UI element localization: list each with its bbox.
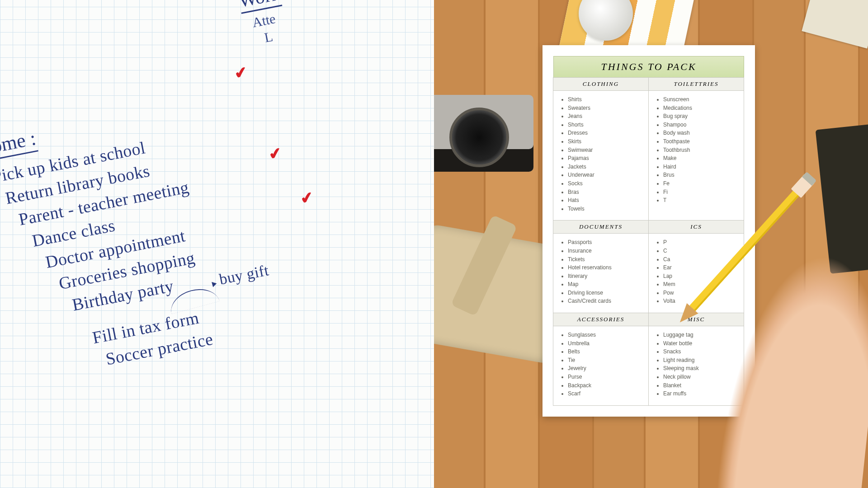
work-heading: Work bbox=[237, 0, 283, 14]
list-item: Backpack bbox=[568, 381, 644, 390]
list-item: Make bbox=[663, 154, 739, 163]
list-item: Snacks bbox=[663, 347, 739, 356]
list-item: Purse bbox=[568, 373, 644, 381]
list-item: Sleeping mask bbox=[663, 364, 739, 373]
list-item: P bbox=[663, 238, 739, 247]
list-item: Map bbox=[568, 280, 644, 289]
checklist-title: THINGS TO PACK bbox=[553, 56, 744, 78]
notebook-sheet: Home : Pick up kids at school Return lib… bbox=[0, 0, 434, 488]
section-head: CLOTHING bbox=[553, 78, 648, 91]
section-clothing: CLOTHING ShirtsSweatersJeansShortsDresse… bbox=[553, 77, 649, 221]
list-item: Skirts bbox=[568, 137, 644, 146]
list-item: Swimwear bbox=[568, 146, 644, 155]
list-item: Shorts bbox=[568, 121, 644, 129]
list-item: Underwear bbox=[568, 171, 644, 179]
section-head: DOCUMENTS bbox=[553, 221, 648, 234]
list-item: Towels bbox=[568, 205, 644, 213]
list-item: Jackets bbox=[568, 163, 644, 171]
list-item: Driving license bbox=[568, 289, 644, 297]
list-item: Mem bbox=[663, 280, 739, 289]
list-item: Itinerary bbox=[568, 272, 644, 281]
list-item: T bbox=[663, 196, 739, 205]
home-heading: Home : bbox=[0, 127, 38, 163]
list-item: C bbox=[663, 247, 739, 255]
list-item: Dresses bbox=[568, 129, 644, 137]
list-item: Jewelry bbox=[568, 364, 644, 373]
section-head: ACCESSORIES bbox=[553, 313, 648, 326]
list-item: Shampoo bbox=[663, 121, 739, 129]
list-item: Hats bbox=[568, 196, 644, 205]
section-head: TOILETTRIES bbox=[649, 78, 744, 91]
section-toiletries: TOILETTRIES SunscreenMedicationsBug spra… bbox=[648, 77, 744, 221]
notebook-photo: Home : Pick up kids at school Return lib… bbox=[0, 0, 434, 488]
section-documents: DOCUMENTS PassportsInsuranceTicketsHotel… bbox=[553, 220, 649, 313]
list-item: Fi bbox=[663, 188, 739, 197]
list-item: Tie bbox=[568, 356, 644, 365]
camera-prop bbox=[434, 95, 533, 172]
checkmark-icon: ✔ bbox=[233, 62, 249, 83]
list-item: Bug spray bbox=[663, 112, 739, 121]
list-item: Sweaters bbox=[568, 104, 644, 113]
list-item: Body wash bbox=[663, 129, 739, 137]
section-accessories: ACCESSORIES SunglassesUmbrellaBeltsTieJe… bbox=[553, 313, 649, 406]
list-item: Sunscreen bbox=[663, 95, 739, 104]
list-item: Insurance bbox=[568, 247, 644, 255]
list-item: Umbrella bbox=[568, 339, 644, 348]
packing-checklist: THINGS TO PACK CLOTHING ShirtsSweatersJe… bbox=[542, 45, 755, 417]
checkmark-icon: ✔ bbox=[299, 188, 315, 208]
list-item: Socks bbox=[568, 179, 644, 188]
list-item: Brus bbox=[663, 171, 739, 179]
list-item: Bras bbox=[568, 188, 644, 197]
list-item: Scarf bbox=[568, 389, 644, 398]
list-item: Toothpaste bbox=[663, 137, 739, 146]
checkmark-icon: ✔ bbox=[267, 143, 283, 164]
list-item: Pajamas bbox=[568, 154, 644, 163]
work-item: Atte bbox=[251, 11, 277, 30]
list-item: Luggage tag bbox=[663, 331, 739, 339]
list-item: Hotel reservations bbox=[568, 263, 644, 272]
list-item: Toothbrush bbox=[663, 146, 739, 155]
list-item: Fe bbox=[663, 179, 739, 188]
list-item: Tickets bbox=[568, 255, 644, 264]
section-head: ICS bbox=[649, 221, 744, 234]
book-prop bbox=[802, 0, 868, 49]
list-item: Haird bbox=[663, 163, 739, 171]
list-item: Shirts bbox=[568, 95, 644, 104]
list-item: Sunglasses bbox=[568, 331, 644, 339]
aside-note: buy gift bbox=[218, 262, 270, 288]
list-item: Light reading bbox=[663, 356, 739, 365]
list-item: Medications bbox=[663, 104, 739, 113]
list-item: Water bottle bbox=[663, 339, 739, 348]
desk-photo: THINGS TO PACK CLOTHING ShirtsSweatersJe… bbox=[434, 0, 868, 488]
work-item: L bbox=[263, 29, 274, 46]
list-item: Belts bbox=[568, 347, 644, 356]
list-item: Cash/Credit cards bbox=[568, 297, 644, 305]
list-item: Passports bbox=[568, 238, 644, 247]
planner-prop bbox=[816, 124, 868, 274]
list-item: Jeans bbox=[568, 112, 644, 121]
